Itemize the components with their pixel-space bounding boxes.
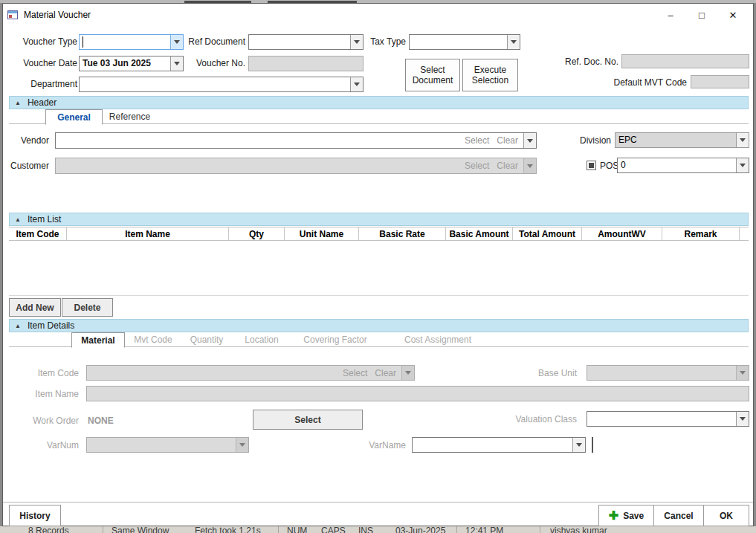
minimize-button[interactable]: –: [655, 4, 686, 25]
varname-label: VarName: [346, 438, 406, 453]
tab-quantity[interactable]: Quantity: [183, 332, 230, 347]
history-button[interactable]: History: [9, 505, 61, 526]
dropdown-arrow-icon[interactable]: [736, 412, 749, 426]
status-num: NUM: [287, 526, 307, 533]
dropdown-arrow-icon[interactable]: [736, 158, 749, 172]
dropdown-arrow-icon: [401, 366, 414, 380]
item-details-section-bar[interactable]: ▲ Item Details: [9, 319, 749, 332]
customer-actions: Select Clear: [465, 158, 523, 173]
plus-icon: ✚: [609, 510, 618, 522]
dropdown-arrow-icon[interactable]: [523, 133, 536, 148]
vendor-clear-link[interactable]: Clear: [497, 135, 518, 146]
voucher-type-value: [80, 35, 170, 49]
item-code-field: Select Clear: [86, 365, 415, 381]
material-voucher-window: Material Voucher – □ ✕ Voucher Type Ref …: [2, 3, 754, 526]
collapse-icon[interactable]: ▲: [15, 216, 21, 223]
tab-reference[interactable]: Reference: [103, 109, 157, 124]
dropdown-arrow-icon[interactable]: [507, 35, 520, 49]
customer-field: Select Clear: [55, 158, 537, 174]
cancel-button[interactable]: Cancel: [653, 505, 704, 526]
dropdown-arrow-icon[interactable]: [170, 56, 183, 71]
division-combobox[interactable]: EPC: [615, 132, 749, 148]
dropdown-arrow-icon[interactable]: [170, 35, 183, 49]
close-button[interactable]: ✕: [717, 4, 749, 25]
delete-button[interactable]: Delete: [62, 298, 113, 317]
column-header-remark[interactable]: Remark: [662, 227, 740, 240]
tab-mvt-code[interactable]: Mvt Code: [128, 332, 178, 347]
division-label: Division: [555, 133, 611, 149]
header-section-bar[interactable]: ▲ Header: [9, 96, 749, 109]
app-icon: [7, 10, 18, 19]
column-header-basic-rate[interactable]: Basic Rate: [359, 227, 446, 240]
vendor-field[interactable]: Select Clear: [55, 132, 537, 149]
item-code-value: [87, 366, 343, 380]
pos-combobox[interactable]: 0: [617, 158, 749, 173]
column-header-item-name[interactable]: Item Name: [67, 227, 229, 240]
select-document-button[interactable]: Select Document: [405, 59, 460, 91]
voucher-type-combobox[interactable]: [79, 34, 184, 50]
dropdown-arrow-icon[interactable]: [350, 35, 363, 49]
item-list-grid-body[interactable]: [9, 241, 749, 296]
tab-material[interactable]: Material: [71, 332, 125, 348]
dropdown-arrow-icon[interactable]: [572, 438, 585, 452]
execute-selection-button[interactable]: Execute Selection: [462, 59, 518, 91]
text-cursor: [83, 36, 83, 48]
tab-location[interactable]: Location: [238, 332, 285, 347]
ref-document-label: Ref Document: [187, 34, 245, 50]
valuation-class-combobox[interactable]: [587, 411, 749, 427]
column-header-item-code[interactable]: Item Code: [9, 227, 67, 240]
item-details-section-title: Item Details: [28, 320, 74, 331]
header-section-title: Header: [28, 97, 56, 108]
column-header-amountwv[interactable]: AmountWV: [582, 227, 662, 240]
dropdown-arrow-icon: [236, 438, 248, 452]
status-records: 8 Records: [28, 526, 69, 533]
varname-combobox[interactable]: [412, 437, 586, 453]
execute-selection-label-line1: Execute: [474, 65, 506, 75]
collapse-icon[interactable]: ▲: [15, 100, 21, 106]
department-combobox[interactable]: [79, 77, 364, 92]
item-code-select-link: Select: [343, 368, 367, 378]
ok-button[interactable]: OK: [703, 505, 749, 526]
header-tabstrip: General Reference: [9, 109, 749, 124]
vendor-select-link[interactable]: Select: [465, 135, 489, 146]
item-details-tabstrip: Material Mvt Code Quantity Location Cove…: [9, 332, 749, 347]
department-value: [80, 77, 350, 91]
varnum-combobox: [86, 437, 249, 453]
customer-clear-link: Clear: [497, 161, 518, 171]
pos-checkbox[interactable]: [587, 161, 596, 170]
ref-document-value: [249, 35, 350, 49]
column-header-filler: [740, 227, 749, 240]
column-header-unit-name[interactable]: Unit Name: [285, 227, 359, 240]
voucher-date-picker[interactable]: Tue 03 Jun 2025: [79, 56, 184, 71]
item-code-clear-link: Clear: [375, 368, 396, 378]
item-code-actions: Select Clear: [343, 366, 401, 380]
maximize-button[interactable]: □: [686, 4, 717, 25]
work-order-select-button[interactable]: Select: [253, 410, 363, 430]
status-window-mode: Same Window: [112, 526, 169, 533]
ref-doc-no-label: Ref. Doc. No.: [559, 54, 618, 70]
voucher-no-label: Voucher No.: [187, 56, 245, 71]
column-header-qty[interactable]: Qty: [229, 227, 285, 240]
division-value: EPC: [616, 133, 736, 147]
ref-document-combobox[interactable]: [248, 34, 364, 50]
collapse-icon[interactable]: ▲: [15, 323, 21, 329]
column-header-total-amount[interactable]: Total Amount: [513, 227, 582, 240]
tab-covering-factor[interactable]: Covering Factor: [299, 332, 372, 347]
add-new-button[interactable]: Add New: [9, 298, 61, 317]
save-button[interactable]: ✚ Save: [598, 505, 654, 526]
dropdown-arrow-icon[interactable]: [736, 133, 749, 147]
title-bar: Material Voucher – □ ✕: [3, 4, 753, 26]
statusbar-divider: [540, 526, 540, 533]
tab-general[interactable]: General: [45, 109, 103, 125]
column-header-basic-amount[interactable]: Basic Amount: [446, 227, 513, 240]
item-list-section-bar[interactable]: ▲ Item List: [9, 213, 749, 226]
tax-type-combobox[interactable]: [409, 34, 520, 50]
status-caps: CAPS: [321, 526, 346, 533]
tab-cost-assignment[interactable]: Cost Assignment: [398, 332, 477, 347]
customer-value: [56, 158, 465, 173]
desktop-background: 8 Records Same Window Fetch took 1.21s N…: [0, 0, 756, 533]
dropdown-arrow-icon: [736, 366, 749, 380]
vendor-actions: Select Clear: [465, 133, 523, 148]
dropdown-arrow-icon[interactable]: [350, 77, 363, 91]
status-user: vishvas kumar: [550, 526, 607, 533]
